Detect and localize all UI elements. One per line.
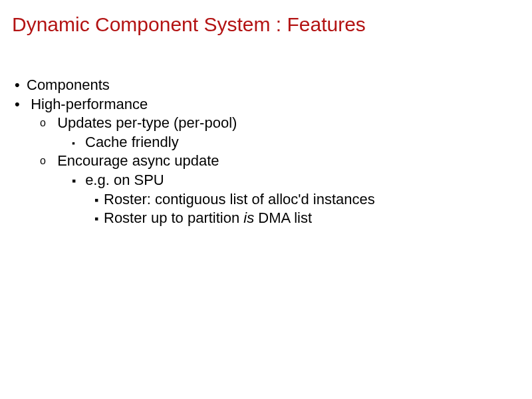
bullet-eg-spu: e.g. on SPU Roster: contiguous list of a… xyxy=(81,171,520,228)
bullet-list: Components High-performance Updates per-… xyxy=(27,76,520,228)
sublist-spu: Roster: contiguous list of alloc'd insta… xyxy=(104,190,520,228)
bullet-encourage-async-label: Encourage async update xyxy=(57,152,219,169)
slide-title: Dynamic Component System : Features xyxy=(12,13,520,36)
bullet-updates-per-type-label: Updates per-type (per-pool) xyxy=(57,114,237,131)
bullet-high-performance-label: High-performance xyxy=(31,96,148,112)
bullet-eg-spu-label: e.g. on SPU xyxy=(85,172,164,188)
bullet-roster-partition: Roster up to partition is DMA list xyxy=(104,209,520,228)
bullet-cache-friendly: Cache friendly xyxy=(85,133,520,152)
sublist-updates: Cache friendly xyxy=(85,133,520,152)
slide: Dynamic Component System : Features Comp… xyxy=(0,0,532,241)
sublist-high-performance: Updates per-type (per-pool) Cache friend… xyxy=(53,114,520,228)
bullet-roster-contiguous: Roster: contiguous list of alloc'd insta… xyxy=(104,190,520,209)
bullet-updates-per-type: Updates per-type (per-pool) Cache friend… xyxy=(53,114,520,152)
roster-partition-post: DMA list xyxy=(254,209,312,226)
roster-partition-em: is xyxy=(243,209,254,226)
sublist-async: e.g. on SPU Roster: contiguous list of a… xyxy=(81,171,520,228)
bullet-encourage-async: Encourage async update e.g. on SPU Roste… xyxy=(53,152,520,227)
bullet-components: Components xyxy=(27,76,520,95)
roster-partition-pre: Roster up to partition xyxy=(104,209,243,226)
bullet-high-performance: High-performance Updates per-type (per-p… xyxy=(27,95,520,228)
